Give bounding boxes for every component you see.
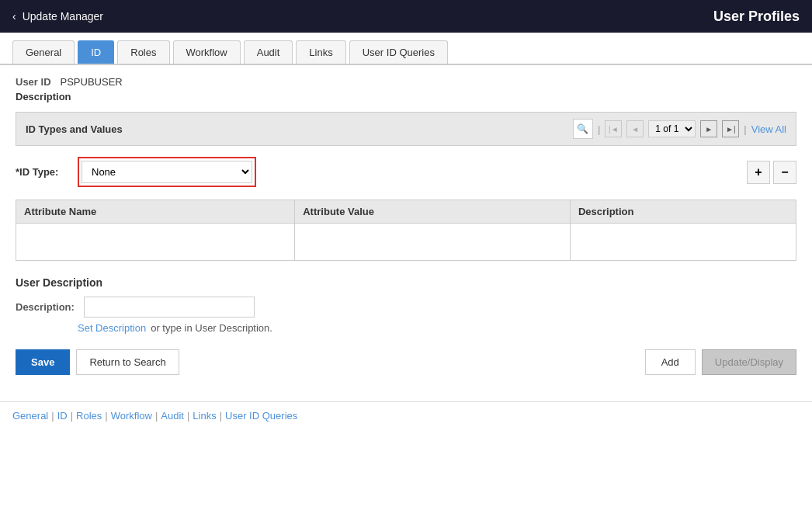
description-label: Description (16, 91, 796, 102)
remove-row-button[interactable]: − (773, 161, 796, 184)
save-button[interactable]: Save (16, 349, 70, 375)
attr-name-cell (16, 224, 295, 261)
col-attribute-name: Attribute Name (16, 200, 295, 224)
tab-roles[interactable]: Roles (117, 40, 169, 64)
table-row (16, 224, 796, 261)
last-page-button[interactable]: ►| (722, 120, 739, 137)
bottom-nav-id[interactable]: ID (57, 410, 68, 422)
user-id-value: PSPUBUSER (61, 76, 123, 88)
action-buttons-right: Add Update/Display (645, 349, 796, 375)
tab-audit[interactable]: Audit (244, 40, 293, 64)
action-buttons-left: Save Return to Search (16, 349, 179, 375)
page-title: User Profiles (713, 9, 800, 25)
add-remove-buttons: + − (747, 161, 796, 184)
add-button[interactable]: Add (645, 349, 696, 375)
view-all-link[interactable]: View All (751, 123, 786, 135)
pagination-controls: 🔍 | |◄ ◄ 1 of 1 ► ►| | View All (573, 119, 786, 139)
tab-workflow[interactable]: Workflow (173, 40, 241, 64)
id-type-label: *ID Type: (16, 166, 70, 178)
tab-user-id-queries[interactable]: User ID Queries (349, 40, 448, 64)
description-input[interactable] (84, 297, 255, 318)
back-label: Update Manager (23, 10, 103, 23)
bottom-nav-user-id-queries[interactable]: User ID Queries (225, 410, 297, 422)
first-page-button[interactable]: |◄ (605, 120, 622, 137)
prev-page-button[interactable]: ◄ (626, 120, 644, 137)
main-content: User ID PSPUBUSER Description ID Types a… (0, 65, 812, 401)
id-types-title: ID Types and Values (26, 123, 123, 135)
tabs-container: General ID Roles Workflow Audit Links Us… (0, 33, 812, 65)
bottom-nav: General | ID | Roles | Workflow | Audit … (0, 401, 812, 429)
first-icon: |◄ (609, 125, 619, 134)
set-desc-row: Set Description or type in User Descript… (78, 322, 796, 334)
prev-icon: ◄ (631, 125, 639, 134)
user-description-section: User Description Description: Set Descri… (16, 276, 796, 334)
description-field-row: Description: (16, 297, 796, 318)
desc-field-label: Description: (16, 301, 75, 313)
user-id-row: User ID PSPUBUSER (16, 76, 796, 88)
col-description: Description (570, 200, 796, 224)
add-row-button[interactable]: + (747, 161, 770, 184)
bottom-nav-links[interactable]: Links (193, 410, 216, 422)
attribute-table: Attribute Name Attribute Value Descripti… (16, 200, 796, 261)
top-bar: ‹ Update Manager User Profiles (0, 0, 812, 33)
search-icon: 🔍 (577, 123, 588, 134)
bottom-nav-roles[interactable]: Roles (76, 410, 102, 422)
id-type-select[interactable]: None (82, 161, 252, 183)
back-icon: ‹ (12, 10, 16, 23)
page-select[interactable]: 1 of 1 (648, 120, 696, 137)
tab-general[interactable]: General (12, 40, 75, 64)
bottom-nav-audit[interactable]: Audit (161, 410, 184, 422)
search-button[interactable]: 🔍 (573, 119, 593, 139)
user-id-label: User ID (16, 76, 51, 88)
next-icon: ► (705, 125, 713, 134)
attr-value-cell (295, 224, 571, 261)
id-type-row: *ID Type: None + − (16, 157, 796, 187)
update-display-button: Update/Display (702, 349, 796, 375)
col-attribute-value: Attribute Value (295, 200, 571, 224)
set-desc-text: or type in User Description. (151, 322, 272, 334)
id-types-section-header: ID Types and Values 🔍 | |◄ ◄ 1 of 1 ► ►|… (16, 112, 796, 146)
user-desc-title: User Description (16, 276, 796, 289)
next-page-button[interactable]: ► (700, 120, 717, 137)
set-description-link[interactable]: Set Description (78, 322, 146, 334)
tab-id[interactable]: ID (78, 40, 114, 64)
bottom-nav-workflow[interactable]: Workflow (111, 410, 152, 422)
attr-desc-cell (570, 224, 796, 261)
tab-links[interactable]: Links (296, 40, 345, 64)
return-to-search-button[interactable]: Return to Search (76, 349, 179, 375)
id-type-select-wrapper: None (78, 157, 256, 187)
last-icon: ►| (726, 125, 736, 134)
action-buttons-row: Save Return to Search Add Update/Display (16, 349, 796, 375)
bottom-nav-general[interactable]: General (12, 410, 48, 422)
back-button[interactable]: ‹ Update Manager (12, 10, 103, 23)
